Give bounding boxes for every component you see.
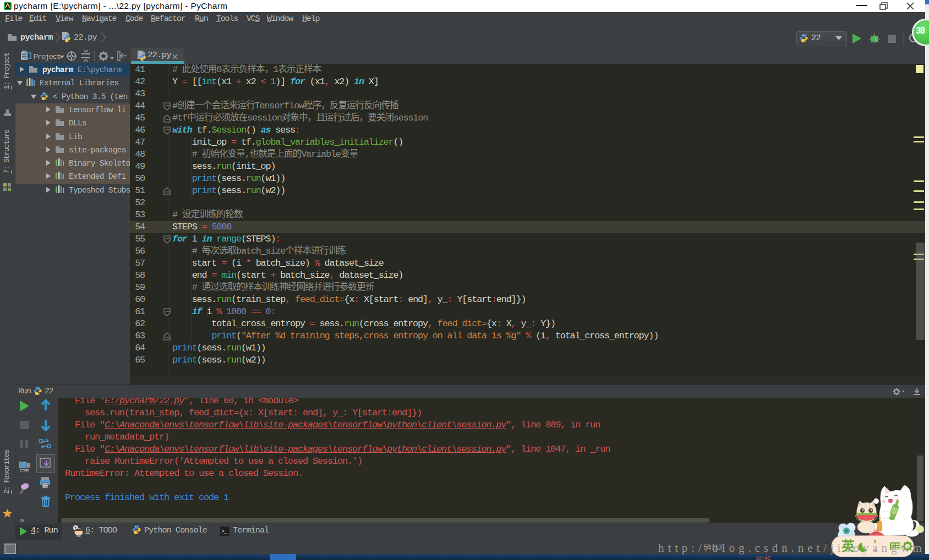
svg-text:Project: Project — [34, 53, 61, 61]
